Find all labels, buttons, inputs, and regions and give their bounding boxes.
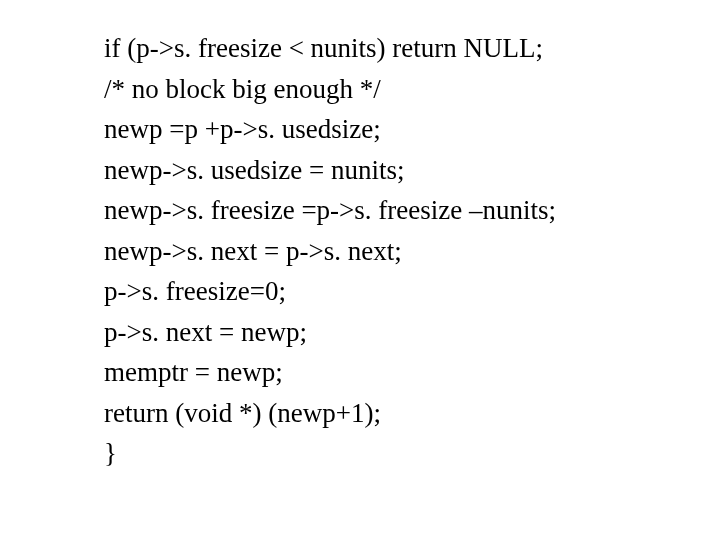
code-line: newp->s. usedsize = nunits; <box>104 150 720 191</box>
code-line: newp->s. freesize =p->s. freesize –nunit… <box>104 190 720 231</box>
code-line: newp =p +p->s. usedsize; <box>104 109 720 150</box>
code-line: p->s. freesize=0; <box>104 271 720 312</box>
code-line: memptr = newp; <box>104 352 720 393</box>
code-line: newp->s. next = p->s. next; <box>104 231 720 272</box>
code-line: /* no block big enough */ <box>104 69 720 110</box>
code-line: p->s. next = newp; <box>104 312 720 353</box>
code-line: return (void *) (newp+1); <box>104 393 720 434</box>
code-line: if (p->s. freesize < nunits) return NULL… <box>104 28 720 69</box>
code-line: } <box>104 433 720 474</box>
code-block: if (p->s. freesize < nunits) return NULL… <box>0 0 720 540</box>
